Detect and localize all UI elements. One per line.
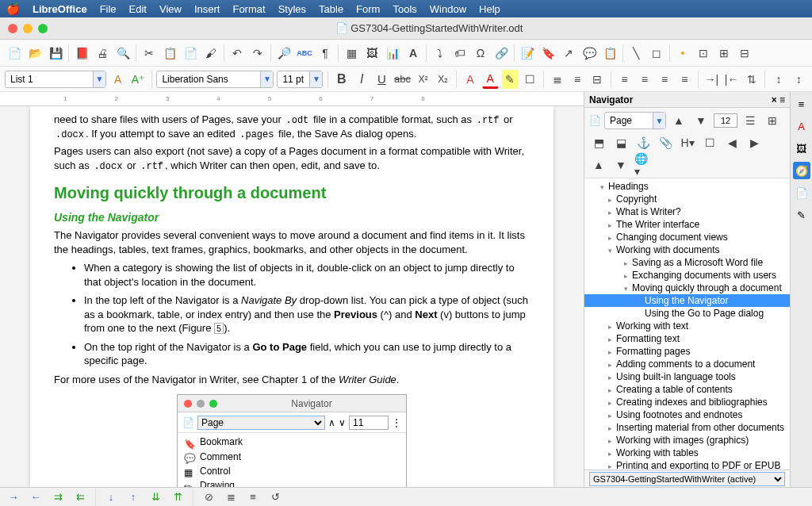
list-item[interactable]: ✏Drawing	[178, 478, 406, 487]
body-paragraph[interactable]: For more uses of the Navigator in Writer…	[54, 373, 530, 387]
list-item[interactable]: 🔖Bookmark	[178, 435, 406, 449]
demote-one-button[interactable]: →	[5, 489, 22, 505]
paragraph-style-dropdown[interactable]: ▼	[5, 71, 106, 88]
apple-menu-icon[interactable]: 🍎	[6, 2, 20, 15]
menu-icon[interactable]: ⋮	[392, 416, 401, 429]
undo-button[interactable]: ↶	[228, 44, 247, 63]
tree-item[interactable]: ▸Changing document views	[584, 231, 790, 243]
export-pdf-button[interactable]: 📕	[72, 44, 91, 63]
tree-item[interactable]: ▾Working with documents	[584, 243, 790, 256]
tree-item[interactable]: ▸Formatting text	[584, 332, 790, 345]
drag-mode-button[interactable]: 🌐▾	[634, 155, 653, 174]
next-button[interactable]: ▼	[691, 111, 710, 130]
menu-app[interactable]: LibreOffice	[33, 3, 87, 15]
tree-item[interactable]: ▸Printing and exporting to PDF or EPUB	[584, 459, 790, 470]
menu-view[interactable]: View	[159, 3, 182, 15]
special-char-button[interactable]: Ω	[471, 44, 490, 63]
unordered-list-button[interactable]: ≣	[222, 489, 239, 505]
menu-icon[interactable]: ≡	[779, 94, 785, 105]
move-up-button[interactable]: ↑	[124, 489, 142, 505]
footer-button[interactable]: ⬓	[611, 133, 630, 152]
tree-item[interactable]: ▸Working with text	[584, 320, 790, 332]
promote-sub-button[interactable]: ⇇	[71, 489, 89, 505]
footnote-button[interactable]: 📝	[518, 44, 537, 63]
tree-item[interactable]: ▸Creating a table of contents	[584, 383, 790, 396]
sidebar-tab-navigator[interactable]: 🧭	[793, 162, 810, 179]
tree-item[interactable]: ▸Working with tables	[584, 447, 790, 459]
sidebar-tab-styles[interactable]: A	[793, 117, 810, 135]
list-item[interactable]: In the top left of the Navigator is a Na…	[84, 293, 530, 335]
toggle-3-button[interactable]: ⊟	[735, 44, 754, 63]
promote-left-button[interactable]: ◀	[722, 133, 741, 152]
prev-button[interactable]: ▲	[669, 111, 688, 130]
list-item[interactable]: ▦Control	[178, 464, 406, 478]
font-size-input[interactable]	[278, 74, 309, 85]
close-icon[interactable]: ×	[772, 94, 777, 105]
horizontal-ruler[interactable]: 12345678	[0, 92, 584, 106]
chevron-down-icon[interactable]: ▼	[309, 71, 322, 87]
navby-dropdown[interactable]: ▼	[604, 112, 666, 129]
menu-tools[interactable]: Tools	[393, 3, 416, 15]
paragraph-style-input[interactable]	[6, 74, 93, 85]
sidebar-tab-page[interactable]: 📄	[793, 184, 810, 201]
menu-insert[interactable]: Insert	[194, 3, 220, 15]
tree-item[interactable]: ▸Copyright	[584, 193, 790, 205]
body-paragraph[interactable]: need to share files with users of Pages,…	[54, 113, 530, 141]
tree-item[interactable]: ▸What is Writer?	[584, 205, 790, 218]
headings-levels-button[interactable]: H▾	[678, 133, 697, 152]
line-spacing-button[interactable]: ⇅	[743, 70, 760, 89]
print-preview-button[interactable]: 🔍	[113, 44, 132, 63]
para-spacing-dec-button[interactable]: ↕	[791, 70, 807, 89]
field-button[interactable]: 🏷	[450, 44, 469, 63]
font-color-button[interactable]: A	[482, 70, 499, 89]
font-name-dropdown[interactable]: ▼	[156, 71, 274, 88]
char-bg-button[interactable]: ☐	[522, 70, 538, 89]
reminder-button[interactable]: 📎	[656, 133, 675, 152]
move-up-button[interactable]: ▲	[589, 155, 608, 174]
chevron-down-icon[interactable]: ▼	[260, 71, 273, 87]
sidebar-tab-gallery[interactable]: 🖼	[793, 140, 810, 157]
textbox-button[interactable]: A	[404, 44, 423, 63]
heading-2[interactable]: Using the Navigator	[54, 210, 530, 225]
print-button[interactable]: 🖨	[93, 44, 112, 63]
numbering-button[interactable]: ≡	[569, 70, 585, 89]
list-item[interactable]: 💬Comment	[178, 450, 406, 464]
move-down-sub-button[interactable]: ⇊	[147, 489, 164, 505]
figure-page-input[interactable]	[349, 416, 389, 430]
document-page[interactable]: need to share files with users of Pages,…	[30, 106, 553, 487]
bookmark-button[interactable]: 🔖	[538, 44, 557, 63]
clone-format-button[interactable]: 🖌	[201, 44, 220, 63]
outline-button[interactable]: ⊟	[589, 70, 606, 89]
menu-form[interactable]: Form	[356, 3, 380, 15]
redo-button[interactable]: ↷	[248, 44, 267, 63]
toggle-2-button[interactable]: ⊞	[714, 44, 733, 63]
move-down-button[interactable]: ↓	[102, 489, 120, 505]
figure-navby-dropdown[interactable]: Page	[197, 416, 325, 430]
bullets-button[interactable]: ≣	[549, 70, 565, 89]
menu-styles[interactable]: Styles	[278, 3, 306, 15]
menu-table[interactable]: Table	[319, 3, 343, 15]
hyperlink-button[interactable]: 🔗	[492, 44, 511, 63]
restart-numbering-button[interactable]: ↺	[266, 489, 284, 505]
next-icon[interactable]: ∨	[339, 416, 346, 429]
chevron-down-icon[interactable]: ▼	[93, 71, 105, 87]
open-button[interactable]: 📂	[25, 44, 44, 63]
move-down-button[interactable]: ▼	[611, 155, 630, 174]
cut-button[interactable]: ✂	[140, 44, 159, 63]
tree-item[interactable]: ▸Using built-in language tools	[584, 370, 790, 383]
body-paragraph[interactable]: Pages users can also export (not save) a…	[54, 144, 530, 173]
line-button[interactable]: ╲	[626, 44, 645, 63]
highlight-button[interactable]: ✎	[502, 70, 519, 89]
copy-button[interactable]: 📋	[160, 44, 179, 63]
list-box-button[interactable]: ☐	[700, 133, 719, 152]
active-document-dropdown[interactable]: GS7304-GettingStartedWithWriter (active)	[589, 472, 785, 486]
document-scroll[interactable]: need to share files with users of Pages,…	[0, 106, 584, 487]
save-button[interactable]: 💾	[46, 44, 65, 63]
find-button[interactable]: 🔎	[274, 44, 293, 63]
tree-item[interactable]: ▸Adding comments to a document	[584, 358, 790, 370]
page-break-button[interactable]: ⤵	[430, 44, 449, 63]
toggle-1-button[interactable]: ⊡	[694, 44, 713, 63]
move-up-sub-button[interactable]: ⇈	[169, 489, 186, 505]
bold-button[interactable]: B	[333, 70, 350, 89]
bullet-list[interactable]: When a category is showing the list of o…	[54, 261, 530, 368]
